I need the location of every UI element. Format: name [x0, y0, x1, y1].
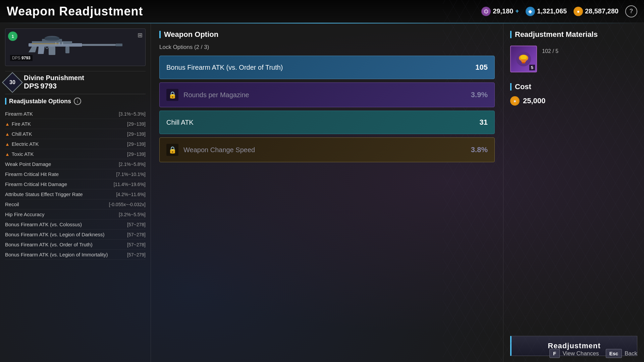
help-button[interactable]: ? — [625, 5, 637, 17]
option-name: ▲ Electric ATK — [5, 141, 39, 147]
option-item[interactable]: Firearm ATK [3.1%~5.3%] — [5, 109, 146, 119]
weapon-option-header: Weapon Option — [159, 30, 495, 39]
option-name: Firearm ATK — [5, 111, 33, 117]
material-count-badge: 5 — [529, 65, 535, 70]
weapon-option-bonus-firearm-atk[interactable]: Bonus Firearm ATK (vs. Order of Truth) 1… — [159, 56, 495, 79]
option-range: [29~139] — [127, 131, 146, 137]
svg-rect-17 — [522, 62, 525, 63]
svg-point-15 — [520, 55, 527, 60]
option-name: Attribute Status Effect Trigger Rate — [5, 191, 83, 197]
section-bar — [159, 31, 161, 38]
weapon-option-chill-atk[interactable]: Chill ATK 31 — [159, 111, 495, 134]
weapon-info: 30 Divine Punishment DPS 9793 — [5, 71, 146, 90]
weapon-level-badge: 1 — [8, 32, 17, 41]
option-name: ▲ Fire ATK — [5, 121, 31, 127]
option-item[interactable]: Bonus Firearm ATK (vs. Legion of Immorta… — [5, 250, 146, 260]
option-name: Firearm Critical Hit Rate — [5, 171, 59, 177]
option-item[interactable]: Firearm Critical Hit Rate [7.1%~10.1%] — [5, 169, 146, 179]
option-text-name: Bonus Firearm ATK (vs. Order of Truth) — [166, 64, 468, 71]
view-chances-action: F View Chances — [549, 349, 599, 358]
weapon-dps-label: DPS — [12, 56, 20, 60]
weapon-dps-row: DPS 9793 — [24, 82, 84, 90]
back-label: Back — [625, 350, 637, 357]
option-name: Hip Fire Accuracy — [5, 212, 45, 217]
option-range: [57~278] — [127, 222, 146, 227]
option-value: 105 — [468, 63, 488, 72]
lock-icon: 🔒 — [166, 144, 178, 156]
options-header-bar — [5, 98, 6, 105]
option-item[interactable]: ▲ Fire ATK [29~139] — [5, 119, 146, 129]
option-text-name: Chill ATK — [166, 119, 468, 126]
divider — [5, 94, 146, 94]
gold-currency-icon: ● — [574, 7, 583, 16]
options-title: Readjustable Options — [9, 98, 71, 105]
left-panel: 1 ⊞ — [0, 23, 151, 362]
right-panel: Readjustment Materials 5 102 / 5 — [503, 23, 644, 362]
option-text-name: Rounds per Magazine — [183, 91, 468, 99]
weapon-dps-badge: DPS 9793 — [10, 55, 33, 61]
option-name: Bonus Firearm ATK (vs. Order of Truth) — [5, 242, 93, 247]
svg-rect-12 — [32, 43, 59, 44]
svg-rect-6 — [49, 47, 55, 55]
option-range: [7.1%~10.1%] — [116, 172, 146, 177]
gold-currency: ● 28,587,280 — [574, 7, 619, 16]
weapon-options-list: Bonus Firearm ATK (vs. Order of Truth) 1… — [159, 56, 495, 162]
option-item[interactable]: Recoil [-0.055x~-0.032x] — [5, 199, 146, 209]
purple-currency-amount: 29,180 — [493, 7, 513, 15]
cost-row: ● 25,000 — [510, 96, 637, 106]
option-range: [29~139] — [127, 121, 146, 127]
weapon-name-area: Divine Punishment DPS 9793 — [24, 74, 84, 90]
option-item[interactable]: ▲ Toxic ATK [29~139] — [5, 149, 146, 159]
purple-currency-plus: + — [515, 8, 519, 15]
option-name: ▲ Chill ATK — [5, 131, 32, 137]
cost-header: Cost — [510, 82, 637, 91]
blue-currency-amount: 1,321,065 — [537, 7, 567, 15]
gold-currency-amount: 28,587,280 — [585, 7, 619, 15]
option-value: 31 — [468, 118, 488, 127]
option-item[interactable]: Bonus Firearm ATK (vs. Legion of Darknes… — [5, 230, 146, 240]
option-item[interactable]: Bonus Firearm ATK (vs. Order of Truth) [… — [5, 240, 146, 250]
svg-rect-10 — [59, 42, 60, 45]
weapon-level-diamond: 30 — [2, 72, 23, 93]
option-item[interactable]: Attribute Status Effect Trigger Rate [4.… — [5, 189, 146, 199]
options-header: Readjustable Options i — [5, 98, 146, 105]
triangle-icon: ▲ — [5, 121, 10, 127]
option-item[interactable]: Firearm Critical Hit Damage [11.4%~19.6%… — [5, 179, 146, 189]
weapon-option-weapon-change-speed[interactable]: 🔒 Weapon Change Speed 3.8% — [159, 137, 495, 162]
option-name: Recoil — [5, 201, 19, 207]
svg-rect-8 — [116, 44, 122, 46]
esc-key[interactable]: Esc — [606, 349, 622, 358]
option-item[interactable]: ▲ Chill ATK [29~139] — [5, 129, 146, 139]
weapon-image — [25, 34, 126, 61]
option-range: [29~139] — [127, 152, 146, 157]
page-title: Weapon Readjustment — [7, 4, 143, 18]
option-range: [57~279] — [127, 252, 146, 257]
svg-rect-1 — [82, 44, 116, 46]
svg-rect-5 — [45, 37, 59, 40]
spacer — [510, 106, 637, 336]
info-icon[interactable]: i — [74, 98, 81, 105]
cost-title: Cost — [515, 82, 531, 91]
option-name: ▲ Toxic ATK — [5, 151, 34, 157]
triangle-icon: ▲ — [5, 152, 10, 157]
bottom-bar: F View Chances Esc Back — [543, 345, 644, 362]
option-text-name: Weapon Change Speed — [183, 146, 468, 154]
option-range: [29~139] — [127, 141, 146, 147]
option-name: Bonus Firearm ATK (vs. Legion of Immorta… — [5, 252, 108, 257]
f-key[interactable]: F — [549, 349, 560, 358]
option-item[interactable]: Hip Fire Accuracy [3.2%~5.5%] — [5, 209, 146, 220]
lock-icon: 🔒 — [166, 89, 178, 101]
lock-options-label: Lock Options (2 / 3) — [159, 44, 495, 51]
option-range: [57~278] — [127, 242, 146, 247]
option-item[interactable]: Weak Point Damage [2.1%~5.8%] — [5, 159, 146, 169]
materials-section-bar — [510, 31, 512, 38]
cost-value: 25,000 — [523, 97, 545, 105]
triangle-icon: ▲ — [5, 131, 10, 137]
option-item[interactable]: Bonus Firearm ATK (vs. Colossus) [57~278… — [5, 220, 146, 230]
option-item[interactable]: ▲ Electric ATK [29~139] — [5, 139, 146, 149]
weapon-dps-number-badge: 9793 — [21, 56, 31, 60]
options-list[interactable]: Firearm ATK [3.1%~5.3%] ▲ Fire ATK [29~1… — [5, 109, 146, 358]
weapon-option-rounds-per-magazine[interactable]: 🔒 Rounds per Magazine 3.9% — [159, 82, 495, 107]
material-ratio: 102 / 5 — [542, 48, 558, 54]
option-range: [2.1%~5.8%] — [119, 162, 146, 167]
